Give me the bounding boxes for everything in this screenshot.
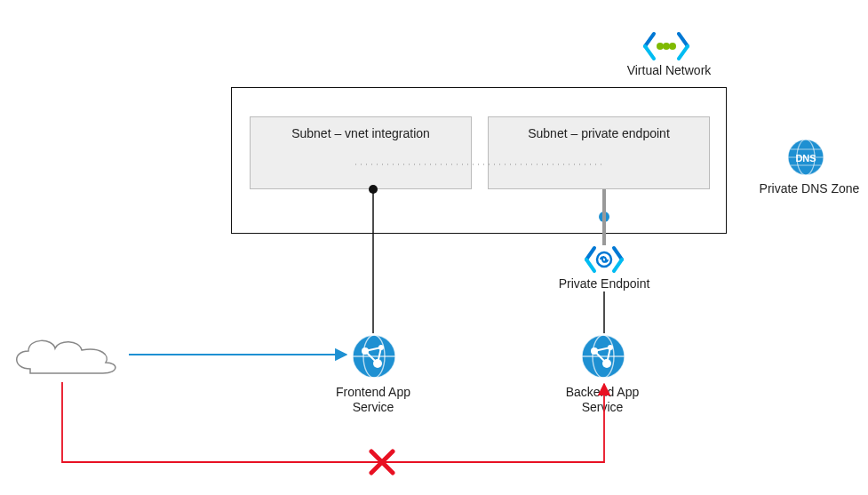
frontend-app-service-label: Frontend App Service (311, 385, 435, 415)
backend-app-label-line2: Service (582, 400, 624, 414)
svg-text:DNS: DNS (795, 153, 816, 164)
subnet-vnet-integration-label: Subnet – vnet integration (251, 126, 471, 140)
svg-point-3 (597, 252, 611, 267)
frontend-app-label-line1: Frontend App (336, 385, 410, 399)
frontend-app-label-line2: Service (353, 400, 394, 414)
backend-app-service-icon (580, 333, 626, 379)
internet-cloud-icon (4, 329, 128, 382)
private-endpoint-label: Private Endpoint (542, 276, 666, 291)
private-endpoint-icon (582, 244, 626, 275)
svg-line-31 (371, 451, 393, 473)
svg-line-32 (371, 451, 393, 473)
subnet-private-endpoint: Subnet – private endpoint (488, 116, 710, 189)
svg-point-2 (669, 43, 676, 50)
frontend-app-service-icon (351, 333, 397, 379)
svg-point-0 (657, 43, 664, 50)
connectors-overlay (0, 0, 868, 495)
backend-app-label-line1: Backend App (566, 385, 640, 399)
subnet-private-endpoint-label: Subnet – private endpoint (489, 126, 709, 140)
private-dns-zone-label: Private DNS Zone (752, 181, 867, 196)
backend-app-service-label: Backend App Service (540, 385, 665, 415)
virtual-network-icon (640, 28, 693, 64)
private-dns-zone-icon: DNS (786, 138, 825, 177)
virtual-network-box: Subnet – vnet integration Subnet – priva… (231, 87, 727, 234)
svg-point-1 (663, 43, 670, 50)
virtual-network-label: Virtual Network (616, 63, 722, 78)
subnet-vnet-integration: Subnet – vnet integration (250, 116, 472, 189)
blocked-x-icon (371, 451, 393, 473)
